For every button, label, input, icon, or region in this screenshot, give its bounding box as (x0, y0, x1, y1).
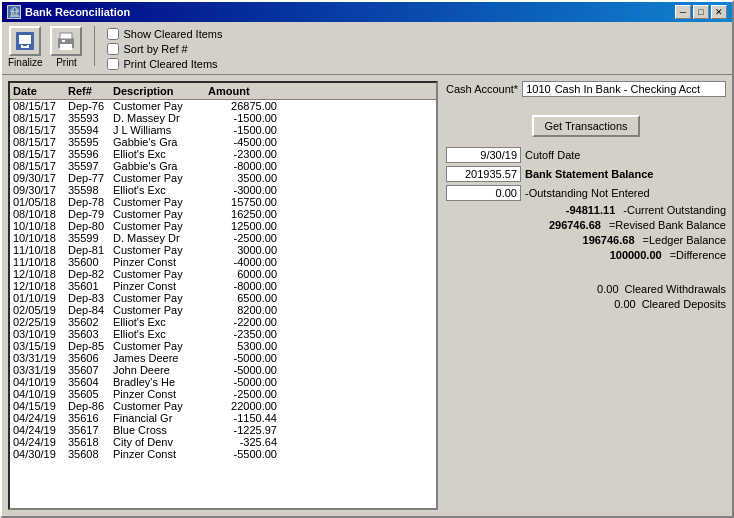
bank-statement-label: Bank Statement Balance (525, 168, 653, 180)
table-row[interactable]: 04/15/19Dep-86Customer Pay22000.00 (10, 400, 436, 412)
table-row[interactable]: 03/10/1935603Elliot's Exc-2350.00 (10, 328, 436, 340)
table-row[interactable]: 04/30/1935608Pinzer Const-5500.00 (10, 448, 436, 460)
bank-statement-input[interactable] (446, 166, 521, 182)
cell-date: 12/10/18 (10, 268, 65, 280)
cell-description: Elliot's Exc (110, 316, 205, 328)
cell-ref: Dep-81 (65, 244, 110, 256)
cell-description: Bradley's He (110, 376, 205, 388)
sort-by-ref-checkbox[interactable] (107, 43, 119, 55)
cell-amount: -1500.00 (205, 124, 280, 136)
cell-amount: -1225.97 (205, 424, 280, 436)
cutoff-date-row: Cutoff Date (446, 147, 726, 163)
finalize-button[interactable]: Finalize (8, 26, 42, 68)
table-row[interactable]: 03/31/1935606James Deere-5000.00 (10, 352, 436, 364)
cell-date: 11/10/18 (10, 244, 65, 256)
table-row[interactable]: 11/10/1835600Pinzer Const-4000.00 (10, 256, 436, 268)
cell-description: Pinzer Const (110, 448, 205, 460)
table-row[interactable]: 08/15/1735593D. Massey Dr-1500.00 (10, 112, 436, 124)
table-row[interactable]: 10/10/1835599D. Massey Dr-2500.00 (10, 232, 436, 244)
table-row[interactable]: 03/15/19Dep-85Customer Pay5300.00 (10, 340, 436, 352)
cell-date: 03/31/19 (10, 364, 65, 376)
bottom-stats: 0.00 Cleared Withdrawals 0.00 Cleared De… (446, 283, 726, 310)
table-row[interactable]: 09/30/17Dep-77Customer Pay3500.00 (10, 172, 436, 184)
cell-amount: -2300.00 (205, 148, 280, 160)
print-cleared-checkbox[interactable] (107, 58, 119, 70)
cell-description: Customer Pay (110, 172, 205, 184)
table-row[interactable]: 09/30/1735598Elliot's Exc-3000.00 (10, 184, 436, 196)
outstanding-input[interactable] (446, 185, 521, 201)
cell-date: 08/15/17 (10, 124, 65, 136)
cell-date: 04/15/19 (10, 400, 65, 412)
cell-description: Customer Pay (110, 304, 205, 316)
outstanding-label: -Outstanding Not Entered (525, 187, 650, 199)
cell-ref: 35616 (65, 412, 110, 424)
toolbar: Finalize Print Show Cleared Items Sort (2, 22, 732, 75)
minimize-button[interactable]: ─ (675, 5, 691, 19)
cell-amount: 3000.00 (205, 244, 280, 256)
cell-date: 04/10/19 (10, 376, 65, 388)
table-row[interactable]: 01/05/18Dep-78Customer Pay15750.00 (10, 196, 436, 208)
toolbar-separator (94, 26, 95, 66)
cell-amount: -325.64 (205, 436, 280, 448)
cash-account-name: Cash In Bank - Checking Acct (555, 83, 701, 95)
cell-amount: -2200.00 (205, 316, 280, 328)
current-outstanding-row: -94811.11 -Current Outstanding (446, 204, 726, 216)
maximize-button[interactable]: □ (693, 5, 709, 19)
table-row[interactable]: 08/10/18Dep-79Customer Pay16250.00 (10, 208, 436, 220)
cell-description: Customer Pay (110, 268, 205, 280)
revised-bank-row: 296746.68 =Revised Bank Balance (446, 219, 726, 231)
table-row[interactable]: 01/10/19Dep-83Customer Pay6500.00 (10, 292, 436, 304)
cell-date: 04/24/19 (10, 424, 65, 436)
table-header: Date Ref# Description Amount (10, 83, 436, 100)
table-row[interactable]: 08/15/1735596Elliot's Exc-2300.00 (10, 148, 436, 160)
cell-description: Customer Pay (110, 244, 205, 256)
table-row[interactable]: 04/10/1935605Pinzer Const-2500.00 (10, 388, 436, 400)
cell-description: John Deere (110, 364, 205, 376)
cell-amount: -1500.00 (205, 112, 280, 124)
table-row[interactable]: 12/10/18Dep-82Customer Pay6000.00 (10, 268, 436, 280)
cell-date: 03/31/19 (10, 352, 65, 364)
table-row[interactable]: 03/31/1935607John Deere-5000.00 (10, 364, 436, 376)
cell-description: J L Williams (110, 124, 205, 136)
current-outstanding-value: -94811.11 (535, 204, 615, 216)
table-row[interactable]: 11/10/18Dep-81Customer Pay3000.00 (10, 244, 436, 256)
cell-ref: 35593 (65, 112, 110, 124)
table-row[interactable]: 08/15/17Dep-76Customer Pay26875.00 (10, 100, 436, 112)
table-body[interactable]: 08/15/17Dep-76Customer Pay26875.0008/15/… (10, 100, 436, 508)
table-row[interactable]: 02/05/19Dep-84Customer Pay8200.00 (10, 304, 436, 316)
table-row[interactable]: 04/24/1935617Blue Cross-1225.97 (10, 424, 436, 436)
cell-date: 09/30/17 (10, 184, 65, 196)
cell-description: Customer Pay (110, 196, 205, 208)
ledger-label: =Ledger Balance (643, 234, 726, 246)
cell-amount: -5000.00 (205, 352, 280, 364)
ledger-value: 196746.68 (555, 234, 635, 246)
cell-amount: 6500.00 (205, 292, 280, 304)
table-row[interactable]: 04/10/1935604Bradley's He-5000.00 (10, 376, 436, 388)
cell-date: 11/10/18 (10, 256, 65, 268)
table-row[interactable]: 10/10/18Dep-80Customer Pay12500.00 (10, 220, 436, 232)
table-row[interactable]: 08/15/1735597Gabbie's Gra-8000.00 (10, 160, 436, 172)
cell-ref: 35607 (65, 364, 110, 376)
main-window: 🏦 Bank Reconciliation ─ □ ✕ Finalize (0, 0, 734, 518)
header-ref: Ref# (65, 84, 110, 98)
table-row[interactable]: 04/24/1935618City of Denv-325.64 (10, 436, 436, 448)
difference-row: 100000.00 =Difference (446, 249, 726, 261)
table-row[interactable]: 08/15/1735594J L Williams-1500.00 (10, 124, 436, 136)
cell-ref: Dep-78 (65, 196, 110, 208)
close-button[interactable]: ✕ (711, 5, 727, 19)
show-cleared-label: Show Cleared Items (123, 28, 222, 40)
print-cleared-label: Print Cleared Items (123, 58, 217, 70)
cell-ref: 35606 (65, 352, 110, 364)
get-transactions-button[interactable]: Get Transactions (532, 115, 639, 137)
cell-date: 08/15/17 (10, 160, 65, 172)
table-row[interactable]: 12/10/1835601Pinzer Const-8000.00 (10, 280, 436, 292)
cutoff-date-input[interactable] (446, 147, 521, 163)
cell-ref: 35594 (65, 124, 110, 136)
table-row[interactable]: 08/15/1735595Gabbie's Gra-4500.00 (10, 136, 436, 148)
cell-amount: -4000.00 (205, 256, 280, 268)
cell-date: 04/24/19 (10, 436, 65, 448)
table-row[interactable]: 04/24/1935616Financial Gr-1150.44 (10, 412, 436, 424)
table-row[interactable]: 02/25/1935602Elliot's Exc-2200.00 (10, 316, 436, 328)
show-cleared-checkbox[interactable] (107, 28, 119, 40)
print-button[interactable]: Print (50, 26, 82, 68)
